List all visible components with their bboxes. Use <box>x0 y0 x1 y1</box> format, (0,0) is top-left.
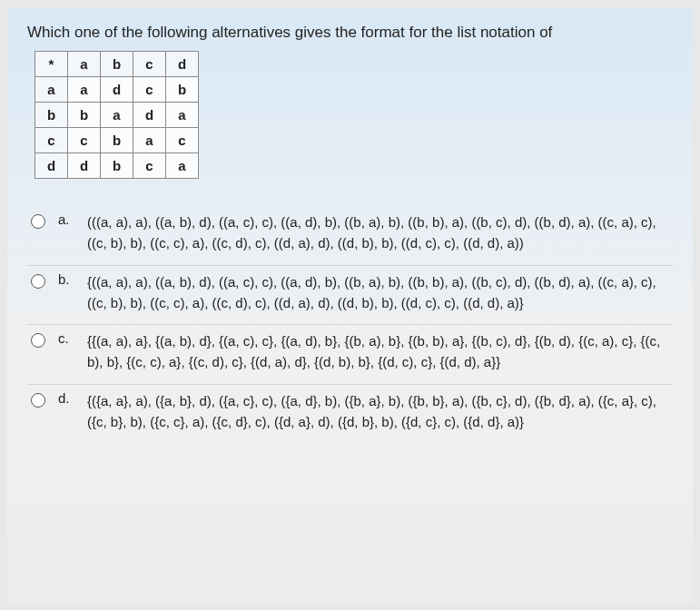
table-cell: b <box>35 103 68 128</box>
table-cell: c <box>166 128 199 153</box>
table-cell: c <box>35 128 68 153</box>
table-cell: a <box>166 103 199 128</box>
radio-icon[interactable] <box>31 333 45 348</box>
table-cell: d <box>166 52 199 77</box>
option-text: (((a, a), a), ((a, b), d), ((a, c), c), … <box>87 212 669 254</box>
option-d[interactable]: d. {({a, a}, a), ({a, b}, d), ({a, c}, c… <box>27 384 673 438</box>
option-b[interactable]: b. {((a, a), a), ((a, b), d), ((a, c), c… <box>27 265 673 320</box>
option-text: {((a, a), a), ((a, b), d), ((a, c), c), … <box>87 271 669 314</box>
table-cell: a <box>68 77 101 103</box>
radio-icon[interactable] <box>31 393 45 408</box>
table-cell: a <box>35 77 68 103</box>
option-text: {({a, a}, a), ({a, b}, d), ({a, c}, c), … <box>87 390 669 433</box>
table-cell: d <box>68 153 101 179</box>
table-cell: a <box>68 52 101 77</box>
radio-icon[interactable] <box>31 274 45 289</box>
table-cell: d <box>133 103 166 128</box>
option-text: {{(a, a), a}, {(a, b), d}, {(a, c), c}, … <box>87 330 669 373</box>
table-cell: c <box>68 128 101 153</box>
table-row: * a b c d <box>35 52 199 77</box>
options-list: a. (((a, a), a), ((a, b), d), ((a, c), c… <box>27 206 673 438</box>
operation-table: * a b c d a a d c b b b a d a c c b a c <box>35 51 199 179</box>
table-cell: * <box>35 52 68 77</box>
question-page: Which one of the following alternatives … <box>7 7 693 603</box>
option-c[interactable]: c. {{(a, a), a}, {(a, b), d}, {(a, c), c… <box>27 324 673 379</box>
table-cell: d <box>101 77 133 103</box>
option-label: b. <box>58 271 78 287</box>
option-a[interactable]: a. (((a, a), a), ((a, b), d), ((a, c), c… <box>27 206 673 260</box>
table-cell: b <box>68 103 101 128</box>
table-cell: c <box>133 77 166 103</box>
table-cell: d <box>35 153 68 179</box>
table-row: d d b c a <box>35 153 199 179</box>
table-row: b b a d a <box>35 103 199 128</box>
table-cell: b <box>101 128 133 153</box>
option-label: a. <box>58 212 78 227</box>
table-cell: a <box>133 128 166 153</box>
radio-icon[interactable] <box>31 214 45 229</box>
table-cell: b <box>101 52 133 77</box>
option-label: c. <box>58 330 78 346</box>
table-cell: b <box>166 77 199 103</box>
table-cell: c <box>133 52 166 77</box>
table-cell: c <box>133 153 166 179</box>
table-cell: a <box>166 153 199 179</box>
table-row: c c b a c <box>35 128 199 153</box>
table-cell: a <box>101 103 133 128</box>
question-text: Which one of the following alternatives … <box>27 24 673 42</box>
table-row: a a d c b <box>35 77 199 103</box>
option-label: d. <box>58 390 78 406</box>
table-cell: b <box>101 153 133 179</box>
